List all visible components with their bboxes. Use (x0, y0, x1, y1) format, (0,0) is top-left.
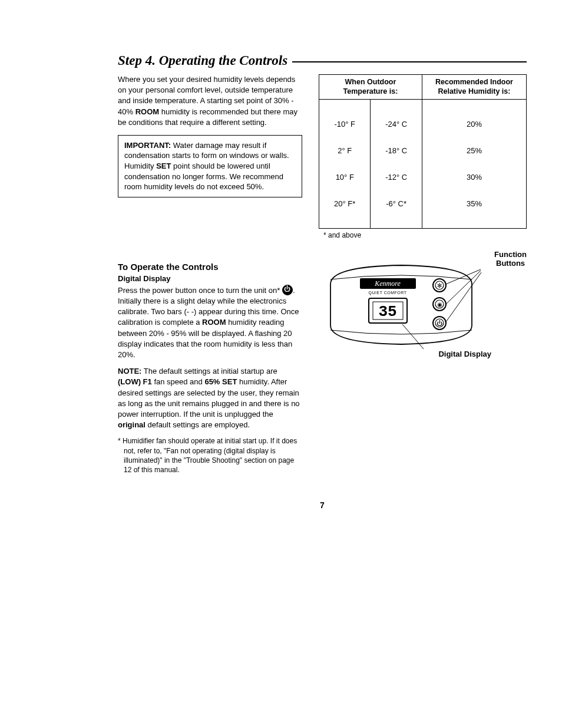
svg-line-10 (446, 271, 481, 304)
note-6: original (118, 420, 146, 429)
cell-h-0: 20% (428, 120, 520, 129)
cell-f-1: 2° F (325, 146, 364, 155)
operate-p1a: Press the power button once to turn the … (118, 286, 282, 295)
important-label: IMPORTANT: (124, 141, 171, 150)
control-panel-diagram: Function Buttons Kenmore QUIET COMFORT 3… (319, 255, 527, 355)
step-heading-row: Step 4. Operating the Controls (118, 53, 527, 68)
digital-display-label: Digital Display (438, 350, 491, 358)
intro-l4a: temperature. A starting set point of 30%… (155, 96, 294, 105)
subbrand-text: QUIET COMFORT (369, 291, 407, 295)
note-7: default settings are employed. (146, 420, 250, 429)
fan-icon: ✻ (437, 282, 442, 289)
function-buttons-label: Function Buttons (494, 250, 527, 268)
hum-col: 20% 25% 30% 35% (422, 99, 526, 228)
svg-line-9 (446, 269, 481, 284)
table-header-humidity: Recommended Indoor Relative Humidity is: (422, 75, 526, 100)
table-footnote: * and above (323, 231, 527, 239)
operate-footnote: * Humidifier fan should operate at initi… (118, 436, 302, 475)
intro-l6: different setting. (212, 118, 266, 127)
intro-l4d: humidity is recommended (159, 107, 249, 116)
note-label: NOTE: (118, 367, 141, 375)
note-2: (LOW) F1 (118, 377, 152, 386)
step-heading: Step 4. Operating the Controls (118, 53, 287, 68)
note-4: 65% SET (204, 377, 237, 386)
temp-c-col: -24° C -18° C -12° C -6° C* (371, 99, 422, 228)
power-icon (282, 285, 293, 295)
intro-room-bold: ROOM (135, 107, 159, 116)
heading-rule (292, 61, 527, 62)
humidity-icon: ◉ (437, 301, 442, 308)
table-header-outdoor: When Outdoor Temperature is: (319, 75, 422, 100)
cell-c-1: -18° C (376, 146, 415, 155)
humidity-table: When Outdoor Temperature is: Recommended… (319, 74, 527, 229)
temp-f-col: -10° F 2° F 10° F 20° F* (319, 99, 371, 228)
note-3: fan speed and (152, 377, 205, 386)
svg-line-12 (402, 324, 424, 349)
operate-note: NOTE: The default settings at initial st… (118, 366, 302, 430)
cell-f-0: -10° F (325, 120, 364, 129)
cell-c-0: -24° C (376, 120, 415, 129)
cell-f-3: 20° F* (325, 199, 364, 208)
cell-h-3: 35% (428, 199, 520, 208)
svg-line-11 (446, 272, 481, 322)
note-1: The default settings at initial startup … (141, 367, 277, 375)
operate-p1: Press the power button once to turn the … (118, 285, 302, 361)
power-button-icon: ⏻ (437, 320, 442, 327)
brand-text: Kenmore (374, 279, 401, 288)
intro-text: Where you set your desired humidity leve… (118, 74, 302, 128)
intro-l1: Where you set your desired humidity (118, 75, 242, 84)
cell-c-2: -12° C (376, 173, 415, 182)
operate-subtitle: Digital Display (118, 274, 302, 283)
table-row: -10° F 2° F 10° F 20° F* -24° C -18° C -… (319, 99, 527, 228)
cell-h-1: 25% (428, 146, 520, 155)
operate-room-bold: ROOM (202, 318, 226, 327)
important-set-bold: SET (156, 162, 171, 170)
cell-c-3: -6° C* (376, 199, 415, 208)
page-number: 7 (118, 500, 527, 510)
display-reading: 35 (378, 303, 396, 321)
important-box: IMPORTANT: Water damage may result if co… (118, 135, 302, 197)
diagram-svg: Kenmore QUIET COMFORT 35 ✻ ◉ ⏻ (319, 255, 495, 355)
cell-f-2: 10° F (325, 173, 364, 182)
operate-title: To Operate the Controls (118, 262, 302, 272)
cell-h-2: 30% (428, 173, 520, 182)
intro-l4b: 40% (118, 107, 135, 116)
